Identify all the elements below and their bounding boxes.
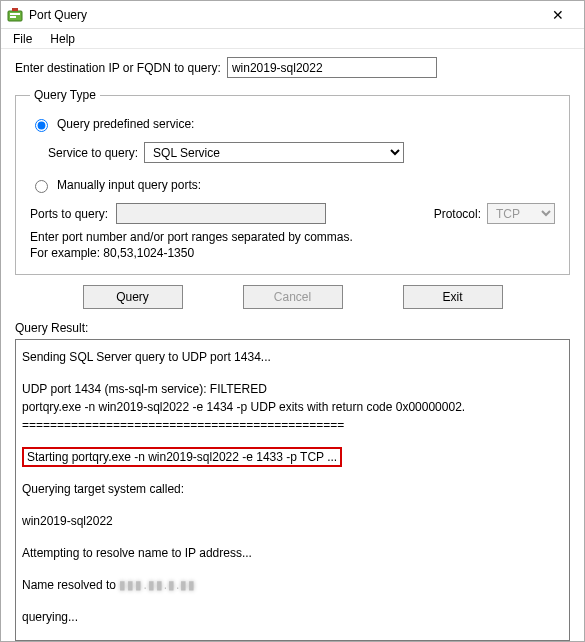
cancel-button: Cancel (243, 285, 343, 309)
ports-row: Ports to query: Protocol: TCP (30, 203, 555, 224)
query-type-legend: Query Type (30, 88, 100, 102)
result-line: ========================================… (22, 416, 563, 434)
content: Enter destination IP or FQDN to query: Q… (1, 49, 584, 641)
ports-hint-1: Enter port number and/or port ranges sep… (30, 230, 555, 244)
manual-radio-row: Manually input query ports: (30, 177, 555, 193)
predefined-radio[interactable] (35, 119, 48, 132)
menu-help[interactable]: Help (42, 30, 83, 48)
query-button[interactable]: Query (83, 285, 183, 309)
manual-label: Manually input query ports: (57, 178, 201, 192)
query-result-box[interactable]: Sending SQL Server query to UDP port 143… (15, 339, 570, 641)
service-select[interactable]: SQL Service (144, 142, 404, 163)
result-line-highlight: TCP port 1433 (ms-sql-s service): FILTER… (22, 640, 563, 641)
highlight-box-1: Starting portqry.exe -n win2019-sql2022 … (22, 447, 342, 467)
protocol-select: TCP (487, 203, 555, 224)
destination-input[interactable] (227, 57, 437, 78)
result-line: UDP port 1434 (ms-sql-m service): FILTER… (22, 380, 563, 398)
result-line: Sending SQL Server query to UDP port 143… (22, 348, 563, 366)
service-row: Service to query: SQL Service (48, 142, 555, 163)
result-line: Name resolved to ▮▮▮.▮▮.▮.▮▮ (22, 576, 563, 594)
button-row: Query Cancel Exit (15, 285, 570, 309)
manual-radio[interactable] (35, 180, 48, 193)
app-icon (7, 7, 23, 23)
protocol-label: Protocol: (434, 207, 481, 221)
ports-input (116, 203, 326, 224)
ports-label: Ports to query: (30, 207, 108, 221)
protocol-group: Protocol: TCP (434, 203, 555, 224)
result-line: win2019-sql2022 (22, 512, 563, 530)
destination-label: Enter destination IP or FQDN to query: (15, 61, 221, 75)
destination-row: Enter destination IP or FQDN to query: (15, 57, 570, 78)
query-type-group: Query Type Query predefined service: Ser… (15, 88, 570, 275)
result-line: Querying target system called: (22, 480, 563, 498)
ports-hint-2: For example: 80,53,1024-1350 (30, 246, 555, 260)
exit-button[interactable]: Exit (403, 285, 503, 309)
redacted-ip: ▮▮▮.▮▮.▮.▮▮ (119, 578, 196, 592)
query-result-label: Query Result: (15, 321, 570, 335)
window-title: Port Query (29, 8, 538, 22)
result-text: Name resolved to (22, 578, 119, 592)
result-line-highlight: Starting portqry.exe -n win2019-sql2022 … (22, 448, 563, 466)
predefined-label: Query predefined service: (57, 117, 194, 131)
highlight-box-2: FILTERED (201, 640, 271, 641)
result-line: querying... (22, 608, 563, 626)
menubar: File Help (1, 29, 584, 49)
svg-rect-3 (12, 8, 18, 11)
result-line: portqry.exe -n win2019-sql2022 -e 1434 -… (22, 398, 563, 416)
titlebar: Port Query ✕ (1, 1, 584, 29)
close-button[interactable]: ✕ (538, 7, 578, 23)
svg-rect-2 (10, 16, 16, 18)
result-line: Attempting to resolve name to IP address… (22, 544, 563, 562)
service-label: Service to query: (48, 146, 138, 160)
predefined-radio-row: Query predefined service: (30, 116, 555, 132)
menu-file[interactable]: File (5, 30, 40, 48)
svg-rect-1 (10, 13, 20, 15)
